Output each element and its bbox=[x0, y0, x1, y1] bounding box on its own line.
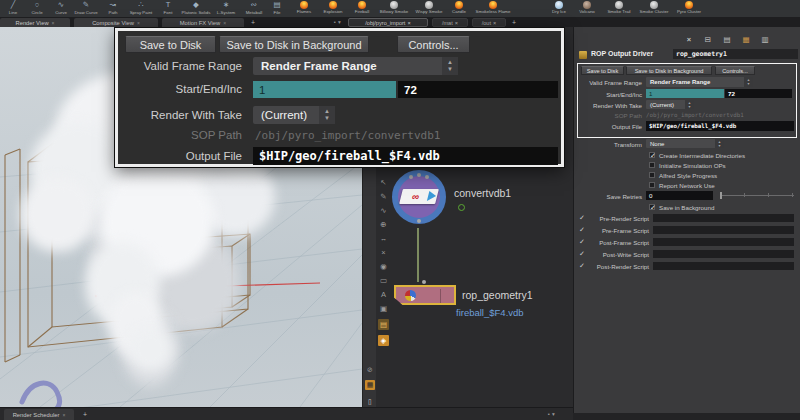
snap-icon[interactable]: ◉ bbox=[378, 261, 389, 272]
transform-dropdown[interactable]: None bbox=[646, 139, 724, 148]
box-pick-icon[interactable]: ▭ bbox=[378, 275, 389, 286]
shelf-tool-file[interactable]: ▤File bbox=[267, 0, 287, 17]
tab-motion-fx-view[interactable]: Motion FX View× bbox=[162, 18, 244, 27]
shelf-tool-flames[interactable]: Flames bbox=[290, 0, 318, 17]
start-frame-field[interactable]: 1 bbox=[253, 81, 396, 98]
close-icon[interactable]: × bbox=[455, 20, 458, 26]
end-frame-field[interactable]: 72 bbox=[725, 89, 792, 98]
close-icon[interactable]: × bbox=[137, 20, 140, 26]
post-write-script-field[interactable] bbox=[653, 250, 794, 258]
wire-tool-icon[interactable]: ∿ bbox=[378, 205, 389, 216]
output-file-field[interactable]: $HIP/geo/fireball_$F4.vdb bbox=[646, 121, 794, 131]
node-input-dot[interactable] bbox=[417, 173, 421, 177]
shelf-tool-spray-paint[interactable]: ∴Spray Paint bbox=[127, 0, 155, 17]
add-tab-button[interactable]: + bbox=[509, 18, 519, 27]
pan-tool-icon[interactable]: ↔ bbox=[378, 233, 389, 244]
shelf-tool-smokeless-flame[interactable]: Smokeless Flame bbox=[472, 0, 514, 17]
layout-grid-icon[interactable]: ▦ bbox=[365, 380, 375, 390]
select-tool-icon[interactable]: ↖ bbox=[378, 177, 389, 188]
shelf-tool-wispy-smoke[interactable]: Wispy Smoke bbox=[412, 0, 446, 17]
save-retries-slider[interactable] bbox=[720, 195, 794, 196]
bypass-badge-icon[interactable] bbox=[458, 204, 465, 211]
sop-path-value[interactable]: /obj/pyro_import/convertvdb1 bbox=[646, 112, 744, 118]
checkbox[interactable] bbox=[649, 172, 655, 178]
pin-highlight-icon[interactable]: ◈ bbox=[378, 335, 389, 346]
tab-mat[interactable]: /mat× bbox=[432, 18, 468, 27]
link-indicator-icon[interactable]: ⊘ bbox=[365, 365, 375, 375]
shelf-tool-line[interactable]: ╱Line bbox=[1, 0, 25, 17]
tools-icon[interactable]: × bbox=[684, 35, 694, 45]
script-toggle[interactable]: ✓ bbox=[579, 226, 585, 234]
page-icon[interactable]: ▯ bbox=[365, 397, 375, 407]
shelf-tool-curve[interactable]: ∿Curve bbox=[49, 0, 73, 17]
shelf-tool-smoke-cluster[interactable]: Smoke Cluster bbox=[636, 0, 672, 17]
node-input-dot[interactable] bbox=[409, 175, 413, 179]
list-view-icon[interactable]: ▤ bbox=[722, 35, 732, 45]
spinner-icon[interactable] bbox=[319, 106, 335, 124]
shelf-tool-pyro-cluster[interactable]: Pyro Cluster bbox=[672, 0, 706, 17]
shelf-tool-path[interactable]: ↝Path bbox=[101, 0, 125, 17]
post-render-script-field[interactable] bbox=[653, 262, 794, 270]
shelf-tool-billowy-smoke[interactable]: Billowy Smoke bbox=[376, 0, 412, 17]
shelf-tool-volcano[interactable]: Volcano bbox=[572, 0, 602, 17]
pane-menu-button[interactable]: ▪▾ bbox=[334, 19, 341, 25]
sop-path-value[interactable]: /obj/pyro_import/convertvdb1 bbox=[255, 129, 440, 142]
folder-highlight-icon[interactable]: ▤ bbox=[378, 319, 389, 330]
pre-render-script-field[interactable] bbox=[653, 214, 794, 222]
pre-frame-script-field[interactable] bbox=[653, 226, 794, 234]
script-toggle[interactable]: ✓ bbox=[579, 250, 585, 258]
save-to-disk-background-button[interactable]: Save to Disk in Background bbox=[219, 36, 369, 53]
spinner-icon[interactable] bbox=[442, 57, 458, 75]
output-file-field[interactable]: $HIP/geo/fireball_$F4.vdb bbox=[253, 147, 558, 165]
shelf-tool-dry-ice[interactable]: Dry Ice bbox=[546, 0, 572, 17]
node-output-dot[interactable] bbox=[417, 219, 421, 223]
post-frame-script-field[interactable] bbox=[653, 238, 794, 246]
shelf-tool-platonic-solids[interactable]: ◆Platonic Solids bbox=[181, 0, 211, 17]
render-with-take-dropdown[interactable]: (Current) bbox=[646, 100, 694, 109]
spinner-icon[interactable] bbox=[715, 139, 724, 148]
save-retries-field[interactable]: 0 bbox=[646, 191, 713, 200]
tab-composite-view[interactable]: Composite View× bbox=[74, 18, 158, 27]
pen-tool-icon[interactable]: ✎ bbox=[378, 191, 389, 202]
spinner-icon[interactable] bbox=[685, 100, 694, 109]
grid-icon[interactable]: ▥ bbox=[760, 35, 770, 45]
script-toggle[interactable]: ✓ bbox=[579, 214, 585, 222]
shelf-tool-circle[interactable]: ○Circle bbox=[25, 0, 49, 17]
shelf-tool-fireball[interactable]: Fireball bbox=[348, 0, 376, 17]
slider-handle[interactable] bbox=[720, 192, 722, 199]
shelf-tool-smoke-trail[interactable]: Smoke Trail bbox=[602, 0, 636, 17]
shelf-tool-font[interactable]: TFont bbox=[157, 0, 179, 17]
tab-render-view[interactable]: Render View× bbox=[0, 18, 70, 27]
shelf-tool-draw-curve[interactable]: ✎Draw Curve bbox=[73, 0, 99, 17]
close-icon[interactable]: × bbox=[52, 20, 55, 26]
node-rop-geometry1[interactable] bbox=[394, 285, 456, 305]
node-convertvdb1[interactable]: ∞ bbox=[392, 170, 446, 224]
node-label[interactable]: convertvdb1 bbox=[454, 187, 511, 199]
node-input-dot[interactable] bbox=[425, 175, 429, 179]
tab-obj-pyro-import[interactable]: /obj/pyro_import× bbox=[348, 18, 428, 27]
tab-render-scheduler[interactable]: Render Scheduler× bbox=[4, 409, 74, 420]
render-with-take-dropdown[interactable]: (Current) bbox=[253, 106, 335, 124]
save-to-disk-background-button[interactable]: Save to Disk in Background bbox=[626, 66, 712, 75]
checkbox[interactable] bbox=[649, 182, 655, 188]
cut-wire-icon[interactable]: × bbox=[378, 247, 389, 258]
grid-snap-icon[interactable]: ▣ bbox=[378, 303, 389, 314]
close-icon[interactable]: × bbox=[407, 20, 410, 26]
start-frame-field[interactable]: 1 bbox=[646, 89, 724, 98]
save-to-disk-button[interactable]: Save to Disk bbox=[581, 66, 624, 75]
valid-frame-range-dropdown[interactable]: Render Frame Range bbox=[253, 57, 458, 75]
add-tab-button[interactable]: + bbox=[80, 409, 90, 420]
shelf-tool-candle[interactable]: Candle bbox=[446, 0, 472, 17]
shelf-tool-explosion[interactable]: Explosion bbox=[318, 0, 348, 17]
checkbox[interactable] bbox=[649, 204, 655, 210]
end-frame-field[interactable]: 72 bbox=[398, 81, 558, 98]
spinner-icon[interactable] bbox=[744, 77, 753, 87]
tab-out[interactable]: /out× bbox=[472, 18, 506, 27]
add-tab-button[interactable]: + bbox=[248, 18, 258, 27]
close-icon[interactable]: × bbox=[62, 412, 65, 418]
checkbox[interactable] bbox=[649, 162, 655, 168]
node-name-field[interactable]: rop_geometry1 bbox=[673, 49, 798, 59]
save-to-disk-button[interactable]: Save to Disk bbox=[125, 36, 216, 53]
close-icon[interactable]: × bbox=[493, 20, 496, 26]
controls-button[interactable]: Controls... bbox=[715, 66, 755, 75]
